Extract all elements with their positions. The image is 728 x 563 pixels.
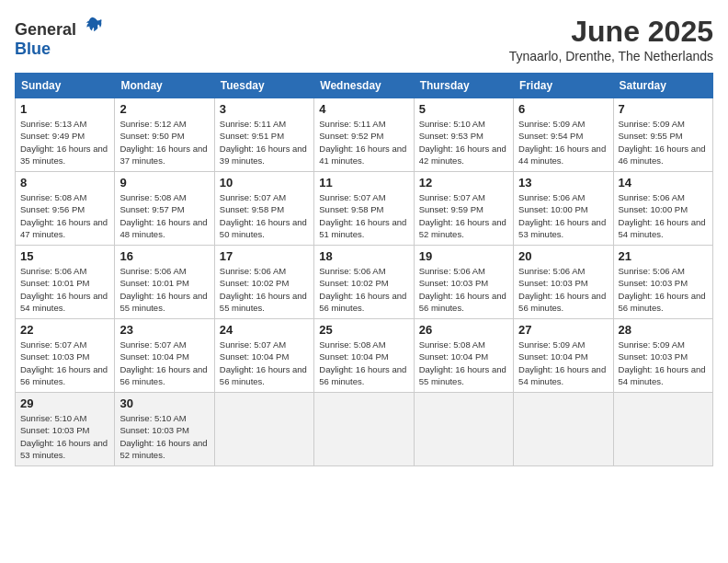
calendar-cell: 4Sunrise: 5:11 AMSunset: 9:52 PMDaylight… (314, 98, 414, 172)
weekday-header-cell: Thursday (414, 74, 513, 98)
calendar-cell: 19Sunrise: 5:06 AMSunset: 10:03 PMDaylig… (414, 246, 513, 319)
calendar-cell: 25Sunrise: 5:08 AMSunset: 10:04 PMDaylig… (314, 319, 414, 393)
calendar-cell: 21Sunrise: 5:06 AMSunset: 10:03 PMDaylig… (613, 246, 712, 319)
day-info: Sunrise: 5:08 AMSunset: 9:56 PMDaylight:… (20, 191, 109, 240)
day-number: 12 (419, 176, 508, 190)
day-number: 16 (119, 249, 209, 263)
day-number: 6 (518, 102, 608, 116)
calendar-cell (214, 393, 313, 466)
day-info: Sunrise: 5:07 AMSunset: 10:04 PMDaylight… (220, 339, 309, 387)
day-info: Sunrise: 5:08 AMSunset: 10:04 PMDaylight… (419, 339, 508, 387)
calendar-cell: 8Sunrise: 5:08 AMSunset: 9:56 PMDaylight… (16, 172, 115, 246)
weekday-header-cell: Sunday (16, 74, 115, 98)
calendar-body: 1Sunrise: 5:13 AMSunset: 9:49 PMDaylight… (16, 98, 713, 466)
calendar-cell: 29Sunrise: 5:10 AMSunset: 10:03 PMDaylig… (16, 393, 115, 466)
logo-general: General (15, 20, 76, 39)
day-number: 22 (20, 323, 109, 337)
calendar-cell (314, 393, 414, 466)
day-info: Sunrise: 5:07 AMSunset: 9:59 PMDaylight:… (419, 191, 508, 240)
day-info: Sunrise: 5:06 AMSunset: 10:02 PMDaylight… (319, 265, 408, 314)
day-info: Sunrise: 5:06 AMSunset: 10:02 PMDaylight… (220, 265, 309, 314)
calendar-cell (514, 393, 613, 466)
calendar-cell: 27Sunrise: 5:09 AMSunset: 10:04 PMDaylig… (514, 319, 613, 393)
day-number: 20 (518, 249, 608, 263)
logo-bird-icon (83, 15, 103, 35)
day-number: 5 (419, 102, 508, 116)
calendar-cell: 14Sunrise: 5:06 AMSunset: 10:00 PMDaylig… (613, 172, 712, 246)
day-number: 1 (20, 102, 109, 116)
weekday-header-row: SundayMondayTuesdayWednesdayThursdayFrid… (16, 74, 713, 98)
calendar-cell: 3Sunrise: 5:11 AMSunset: 9:51 PMDaylight… (214, 98, 313, 172)
calendar-cell: 16Sunrise: 5:06 AMSunset: 10:01 PMDaylig… (115, 246, 214, 319)
calendar-cell: 23Sunrise: 5:07 AMSunset: 10:04 PMDaylig… (115, 319, 214, 393)
calendar-table: SundayMondayTuesdayWednesdayThursdayFrid… (15, 73, 713, 466)
day-number: 11 (319, 176, 408, 190)
day-number: 29 (20, 396, 109, 410)
calendar-row: 1Sunrise: 5:13 AMSunset: 9:49 PMDaylight… (16, 98, 713, 172)
day-number: 26 (419, 323, 508, 337)
day-info: Sunrise: 5:12 AMSunset: 9:50 PMDaylight:… (119, 118, 209, 167)
day-info: Sunrise: 5:06 AMSunset: 10:00 PMDaylight… (619, 191, 708, 240)
day-info: Sunrise: 5:07 AMSunset: 10:04 PMDaylight… (119, 339, 209, 387)
day-number: 23 (119, 323, 209, 337)
logo-blue: Blue (15, 40, 51, 58)
calendar-cell: 13Sunrise: 5:06 AMSunset: 10:00 PMDaylig… (514, 172, 613, 246)
day-number: 17 (220, 249, 309, 263)
calendar-cell: 9Sunrise: 5:08 AMSunset: 9:57 PMDaylight… (115, 172, 214, 246)
calendar-cell: 15Sunrise: 5:06 AMSunset: 10:01 PMDaylig… (16, 246, 115, 319)
day-number: 15 (20, 249, 109, 263)
weekday-header-cell: Monday (115, 74, 214, 98)
calendar-cell: 10Sunrise: 5:07 AMSunset: 9:58 PMDayligh… (214, 172, 313, 246)
calendar-cell: 20Sunrise: 5:06 AMSunset: 10:03 PMDaylig… (514, 246, 613, 319)
day-number: 25 (319, 323, 408, 337)
calendar-cell: 18Sunrise: 5:06 AMSunset: 10:02 PMDaylig… (314, 246, 414, 319)
calendar-cell: 17Sunrise: 5:06 AMSunset: 10:02 PMDaylig… (214, 246, 313, 319)
day-number: 27 (518, 323, 608, 337)
calendar-cell: 7Sunrise: 5:09 AMSunset: 9:55 PMDaylight… (613, 98, 712, 172)
calendar-row: 29Sunrise: 5:10 AMSunset: 10:03 PMDaylig… (16, 393, 713, 466)
calendar-cell (414, 393, 513, 466)
location-title: Tynaarlo, Drenthe, The Netherlands (509, 49, 713, 63)
calendar-cell: 12Sunrise: 5:07 AMSunset: 9:59 PMDayligh… (414, 172, 513, 246)
calendar-row: 8Sunrise: 5:08 AMSunset: 9:56 PMDaylight… (16, 172, 713, 246)
day-info: Sunrise: 5:06 AMSunset: 10:03 PMDaylight… (518, 265, 608, 314)
weekday-header-cell: Wednesday (314, 74, 414, 98)
day-number: 2 (119, 102, 209, 116)
day-info: Sunrise: 5:06 AMSunset: 10:01 PMDaylight… (119, 265, 209, 314)
day-info: Sunrise: 5:09 AMSunset: 9:54 PMDaylight:… (518, 118, 608, 167)
day-number: 10 (220, 176, 309, 190)
day-number: 24 (220, 323, 309, 337)
calendar-cell (613, 393, 712, 466)
day-info: Sunrise: 5:06 AMSunset: 10:00 PMDaylight… (518, 191, 608, 240)
calendar-cell: 5Sunrise: 5:10 AMSunset: 9:53 PMDaylight… (414, 98, 513, 172)
day-number: 9 (119, 176, 209, 190)
day-info: Sunrise: 5:09 AMSunset: 10:03 PMDaylight… (619, 339, 708, 387)
day-number: 18 (319, 249, 408, 263)
day-info: Sunrise: 5:11 AMSunset: 9:52 PMDaylight:… (319, 118, 408, 167)
day-number: 19 (419, 249, 508, 263)
day-number: 13 (518, 176, 608, 190)
day-info: Sunrise: 5:10 AMSunset: 10:03 PMDaylight… (20, 412, 109, 461)
calendar-cell: 30Sunrise: 5:10 AMSunset: 10:03 PMDaylig… (115, 393, 214, 466)
day-info: Sunrise: 5:08 AMSunset: 10:04 PMDaylight… (319, 339, 408, 387)
day-info: Sunrise: 5:07 AMSunset: 9:58 PMDaylight:… (220, 191, 309, 240)
day-info: Sunrise: 5:06 AMSunset: 10:01 PMDaylight… (20, 265, 109, 314)
calendar-cell: 28Sunrise: 5:09 AMSunset: 10:03 PMDaylig… (613, 319, 712, 393)
month-title: June 2025 (509, 15, 713, 49)
weekday-header-cell: Friday (514, 74, 613, 98)
day-number: 28 (619, 323, 708, 337)
calendar-cell: 1Sunrise: 5:13 AMSunset: 9:49 PMDaylight… (16, 98, 115, 172)
day-info: Sunrise: 5:06 AMSunset: 10:03 PMDaylight… (419, 265, 508, 314)
calendar-row: 15Sunrise: 5:06 AMSunset: 10:01 PMDaylig… (16, 246, 713, 319)
day-number: 8 (20, 176, 109, 190)
weekday-header-cell: Saturday (613, 74, 712, 98)
calendar-cell: 6Sunrise: 5:09 AMSunset: 9:54 PMDaylight… (514, 98, 613, 172)
day-number: 3 (220, 102, 309, 116)
calendar-cell: 11Sunrise: 5:07 AMSunset: 9:58 PMDayligh… (314, 172, 414, 246)
logo: General Blue (15, 15, 103, 59)
day-info: Sunrise: 5:06 AMSunset: 10:03 PMDaylight… (619, 265, 708, 314)
day-info: Sunrise: 5:10 AMSunset: 9:53 PMDaylight:… (419, 118, 508, 167)
day-info: Sunrise: 5:09 AMSunset: 9:55 PMDaylight:… (619, 118, 708, 167)
day-number: 14 (619, 176, 708, 190)
day-number: 21 (619, 249, 708, 263)
